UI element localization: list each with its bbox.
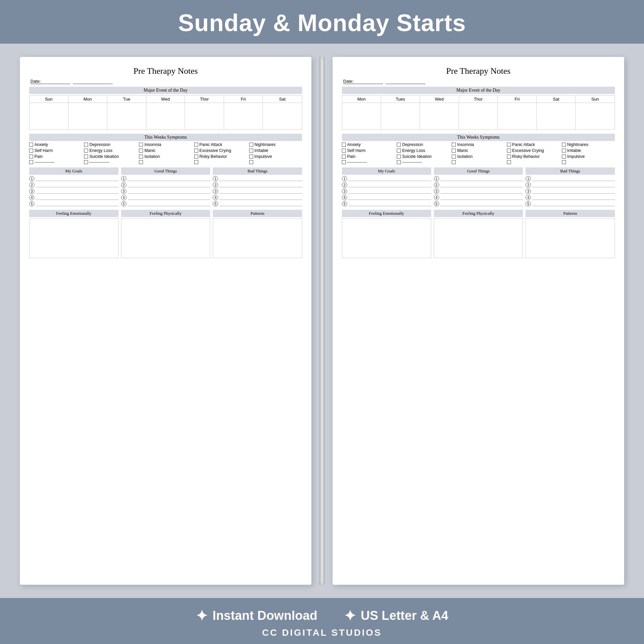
left-cell-thor[interactable] [185,103,224,129]
right-day-sun: Sun [575,96,615,103]
left-cb-blank2[interactable] [84,160,88,164]
right-cb-nightmares[interactable] [562,143,566,147]
right-patterns-box[interactable] [526,218,615,258]
left-cb-isolation[interactable] [139,155,143,159]
left-patterns-box[interactable] [213,218,302,258]
right-cb-manic[interactable] [452,149,456,153]
right-cb-blank1[interactable] [342,160,346,164]
left-cb-impulsive[interactable] [249,155,253,159]
left-day-fri: Fri [224,96,263,103]
left-symptom-manic: Manic [139,148,192,153]
right-cb-panic[interactable] [507,143,511,147]
left-cb-blank5[interactable] [249,160,253,164]
left-patterns: Patterns [213,210,302,575]
right-bad-label: Bad Things [526,167,615,175]
left-cb-irritable[interactable] [249,149,253,153]
right-cell-sun[interactable] [575,103,615,129]
left-symptom-blank3 [139,160,192,164]
right-days-grid: Mon Tues Wed Thor Fri Sat Sun [342,95,615,130]
left-goals-section: My Goals 1 2 3 4 5 Good Things 1 2 3 4 5 [29,167,302,207]
right-cell-wed[interactable] [420,103,459,129]
left-cb-riskybehavior[interactable] [194,155,198,159]
main-content: Pre Therapy Notes Date: Major Event of t… [0,44,644,598]
left-cb-blank1[interactable] [29,160,33,164]
right-cb-blank5[interactable] [562,160,566,164]
footer-badge-download-text: Instant Download [212,609,317,623]
left-goal-3: 3 [29,189,118,194]
right-symptom-suicideideation: Suicide Ideation [397,154,450,159]
right-days-cells [342,103,615,129]
right-day-mon: Mon [342,96,381,103]
left-cell-tue[interactable] [107,103,146,129]
right-cell-thor[interactable] [459,103,498,129]
left-cb-panic[interactable] [194,143,198,147]
left-cell-mon[interactable] [69,103,108,129]
right-goals-list: 1 2 3 4 5 [342,176,431,207]
left-cb-excessivecrying[interactable] [194,149,198,153]
right-cb-energyloss[interactable] [397,149,401,153]
left-feeling-physical-box[interactable] [121,218,210,258]
left-symptom-blank2 [84,160,137,164]
left-cb-nightmares[interactable] [249,143,253,147]
right-cb-depression[interactable] [397,143,401,147]
left-cb-pain[interactable] [29,155,33,159]
left-cb-anxiety[interactable] [29,143,33,147]
left-cb-depression[interactable] [84,143,88,147]
right-cb-excessivecrying[interactable] [507,149,511,153]
left-goals: My Goals 1 2 3 4 5 [29,167,118,207]
left-symptom-blank4 [194,160,247,164]
left-cell-wed[interactable] [146,103,185,129]
left-cell-fri[interactable] [224,103,263,129]
right-bottom-section: Feeling Emotionally Feeling Physically P… [342,210,615,575]
right-feeling-physical-box[interactable] [434,218,523,258]
left-cb-manic[interactable] [139,149,143,153]
left-feeling-emotional-box[interactable] [29,218,118,258]
right-cell-fri[interactable] [498,103,537,129]
right-symptoms-grid: Anxiety Depression Insomnia Panic Attack… [342,142,615,164]
left-cb-selfharm[interactable] [29,149,33,153]
left-symptom-nightmares: Nightmares [249,142,302,147]
right-cb-blank2[interactable] [397,160,401,164]
star-icon-2: ✦ [344,607,356,624]
right-bad-4: 4 [526,195,615,200]
left-feeling-emotional-label: Feeling Emotionally [29,210,118,217]
right-cb-impulsive[interactable] [562,155,566,159]
right-cb-isolation[interactable] [452,155,456,159]
left-cb-blank4[interactable] [194,160,198,164]
right-cb-blank4[interactable] [507,160,511,164]
right-good-2: 2 [434,182,523,188]
left-cb-suicideideation[interactable] [84,155,88,159]
left-cb-energyloss[interactable] [84,149,88,153]
left-days-cells [29,103,302,129]
right-cb-irritable[interactable] [562,149,566,153]
left-date-value[interactable] [73,79,113,84]
right-cb-pain[interactable] [342,155,346,159]
right-cell-tues[interactable] [381,103,420,129]
left-cb-blank3[interactable] [139,160,143,164]
right-goal-4: 4 [342,195,431,200]
right-cb-blank3[interactable] [452,160,456,164]
right-cb-riskybehavior[interactable] [507,155,511,159]
right-cell-mon[interactable] [342,103,381,129]
right-feeling-emotional-label: Feeling Emotionally [342,210,431,217]
header-title: Sunday & Monday Starts [0,9,644,36]
footer-badge-format-text: US Letter & A4 [361,609,448,623]
right-date-value[interactable] [386,79,425,84]
right-cell-sat[interactable] [537,103,576,129]
left-day-sat: Sat [263,96,302,103]
right-cb-selfharm[interactable] [342,149,346,153]
right-feeling-emotional: Feeling Emotionally [342,210,431,575]
footer: ✦ Instant Download ✦ US Letter & A4 CC D… [0,598,644,644]
left-feeling-emotional: Feeling Emotionally [29,210,118,575]
left-bottom-section: Feeling Emotionally Feeling Physically P… [29,210,302,575]
left-cell-sun[interactable] [29,103,69,129]
left-cb-insomnia[interactable] [139,143,143,147]
right-cb-anxiety[interactable] [342,143,346,147]
right-cb-suicideideation[interactable] [397,155,401,159]
left-cell-sat[interactable] [263,103,302,129]
right-feeling-physical: Feeling Physically [434,210,523,575]
right-symptom-panic: Panic Attack [507,142,560,147]
right-feeling-emotional-box[interactable] [342,218,431,258]
left-symptom-energyloss: Energy Loss [84,148,137,153]
right-cb-insomnia[interactable] [452,143,456,147]
